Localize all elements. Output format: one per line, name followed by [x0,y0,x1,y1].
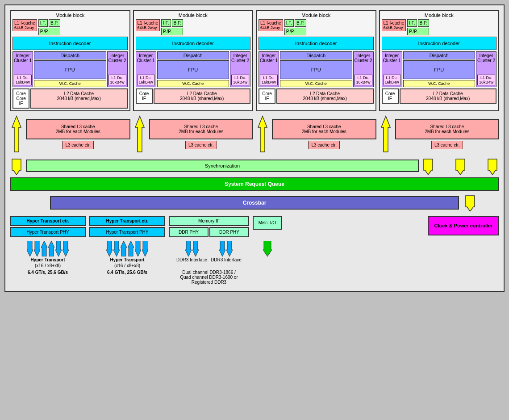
misc-block: Misc. I/O [253,216,282,230]
ddr-phy-2: DDR PHY [209,227,249,237]
instruction-decoder-3: Instruction decoder [259,37,374,50]
module-block-4: Module block L1 I-cache 64kB,2way I.F. B… [379,10,500,111]
bp-box-4: B.P. [418,19,430,27]
l3-block-4: Shared L3 cache 2MB for each Modules L3 … [395,119,500,149]
l3-block-1: Shared L3 cache 2MB for each Modules L3 … [26,119,130,149]
sync-bar: Synchronization [26,160,419,172]
svg-marker-12 [41,241,47,256]
svg-marker-25 [226,241,233,256]
ht-arrow-down-1a [27,241,33,256]
svg-marker-11 [34,241,40,256]
ht-block-2: Hyper Transport ctr. Hyper Transport PHY [89,216,165,237]
int-cluster1-3: Integer Cluster 1 L1 Dc. 16kB4w [259,51,279,87]
svg-marker-6 [424,159,433,175]
l1dc1-3: L1 Dc. 16kB4w [260,75,278,85]
instruction-decoder-4: Instruction decoder [382,37,497,50]
ddr-phy-1: DDR PHY [169,227,209,237]
ht-arrow-down-2b [113,241,120,256]
fpu-box-3: FPU [280,60,352,79]
l1dc1-4: L1 Dc. 16kB4w [383,75,401,85]
l3-block-3: Shared L3 cache 2MB for each Modules L3 … [272,119,376,149]
module-block-1: Module block L1 I-cache 64kB,2way I.F. B… [10,10,130,111]
fpu-box-2: FPU [157,60,229,79]
svg-marker-10 [27,241,33,256]
l1dc1-1: L1 Dc. 16kB4w [14,75,32,85]
ht-spec-1: (x16 / x8+x8) [35,263,61,268]
svg-marker-9 [466,196,475,211]
if-box-1: I.F. [38,19,48,27]
ddr-arrow-2a [219,241,225,256]
l2-cache-1: L2 Data Cache 2048 kB (shared,Max) [30,88,128,109]
ht-label-1: Hyper Transport [30,257,65,262]
svg-marker-17 [113,241,120,256]
l1dc2-1: L1 Dc. 16kB4w [108,75,126,85]
svg-marker-26 [263,241,272,256]
svg-marker-8 [488,159,497,175]
wc-cache-3: W.C. Cache [280,80,352,87]
l1dc2-4: L1 Dc. 16kB4w [477,75,495,85]
misc-green-arrow [263,241,272,256]
l2-cache-4: L2 Data Cache 2048 kB (shared,Max) [400,88,497,104]
arrow-l3-2 [133,114,146,154]
l2-cache-2: L2 Data Cache 2048 kB (shared,Max) [154,88,251,104]
ht-speed-2: 6.4 GT/s, 25.6 GB/s [89,270,165,285]
dispatch-box-2: Dispatch [157,51,229,59]
module-title-1: Module block [13,13,128,18]
ddr-iface-1: DDR3 Interface [176,257,207,262]
dispatch-box-3: Dispatch [280,51,352,59]
core-if-3: CoreIF [259,88,275,104]
l3-cache-3: Shared L3 cache 2MB for each Modules [272,119,376,139]
svg-marker-15 [63,241,69,256]
ht-ctr-1: Hyper Transport ctr. [10,216,86,226]
l3-cache-4: Shared L3 cache 2MB for each Modules [395,119,500,139]
arrow-l3-3 [256,114,269,154]
l3-cache-1: Shared L3 cache 2MB for each Modules [26,119,130,139]
arrow-crossbar [463,193,477,211]
l3-ctr-4: L3 cache ctr. [431,141,463,149]
ht-block-1: Hyper Transport ctr. Hyper Transport PHY [10,216,86,237]
svg-marker-19 [128,241,134,256]
fpu-box-4: FPU [403,60,476,79]
pp-box-3: P./P. [284,28,306,35]
int-cluster1-2: Integer Cluster 1 L1 Dc. 16kB4w [136,51,156,87]
ht-arrow-down-2c [135,241,141,256]
l1-icache-1: L1 I-cache 64kB,2way [13,19,37,31]
ht-arrows-1: Hyper Transport (x16 / x8+x8) [10,241,86,268]
svg-marker-21 [142,241,148,256]
pp-box-2: P./P. [161,28,183,35]
bp-box-1: B.P. [49,19,60,27]
bp-box-3: B.P. [295,19,306,27]
ht-arrow-down-1d [63,241,69,256]
ht-arrow-down-2d [142,241,148,256]
ht-arrow-up-1a [41,241,47,256]
int-cluster2-1: Integer Cluster 2 L1 Dc. 16kB4w [107,51,128,87]
l1dc2-3: L1 Dc. 16kB4w [355,75,372,85]
svg-marker-2 [135,116,144,152]
wc-cache-4: W.C. Cache [403,80,476,87]
if-box-3: I.F. [284,19,294,27]
arrow-sync-4 [486,157,499,175]
int-cluster2-2: Integer Cluster 2 L1 Dc. 16kB4w [230,51,250,87]
arrow-l3-4 [379,114,392,154]
wc-cache-2: W.C. Cache [157,80,229,87]
ddr-arrow-1b [192,241,199,256]
svg-marker-24 [219,241,225,256]
l1-icache-4: L1 I-cache 64kB,2way [382,19,406,31]
l2-cache-3: L2 Data Cache 2048 kB (shared,Max) [276,88,374,104]
misc-arrow-area [253,241,282,256]
l3-ctr-1: L3 cache ctr. [62,141,94,149]
clock-power-controller: Clock & Power controller [428,216,499,235]
svg-marker-3 [258,116,267,152]
dispatch-box-4: Dispatch [403,51,476,59]
int-cluster1-4: Integer Cluster 1 L1 Dc. 16kB4w [382,51,402,87]
core-if-1: Core Core IF [13,88,29,109]
dispatch-box-1: Dispatch [34,51,106,59]
ht-arrow-up-2b [128,241,134,256]
int-cluster2-4: Integer Cluster 2 L1 Dc. 16kB4w [476,51,496,87]
ht-arrow-down-1b [34,241,40,256]
module-title-2: Module block [136,13,251,18]
ht-arrows-2: Hyper Transport (x16 / x8+x8) [89,241,165,268]
ht-spec-2: (x16 / x8+x8) [114,263,140,268]
ddr-arrow-2b [226,241,233,256]
svg-marker-23 [192,241,199,256]
